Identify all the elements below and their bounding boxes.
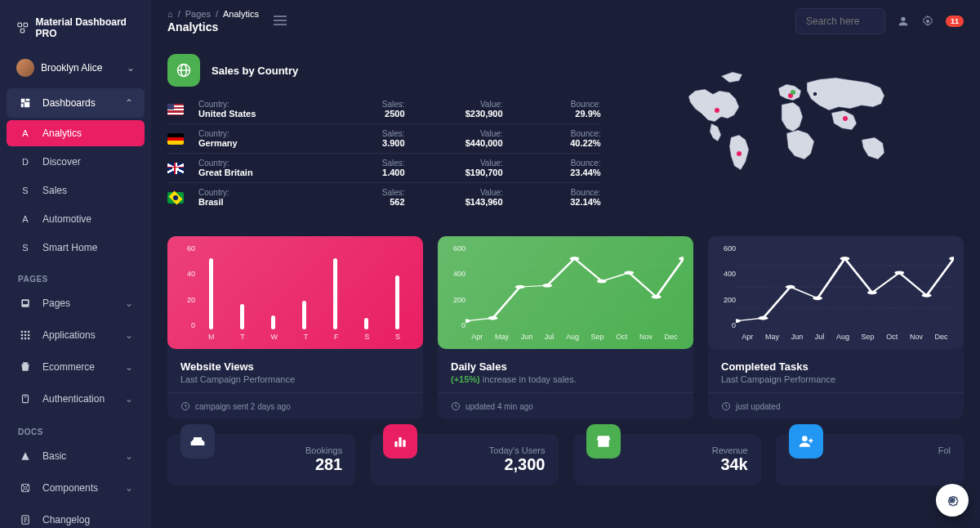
bar <box>364 318 368 329</box>
person_add-icon <box>789 424 823 459</box>
flag-de <box>167 133 184 145</box>
stat-card-revenue: Revenue 34k <box>573 434 761 485</box>
svg-point-50 <box>515 285 525 289</box>
stat-value: 2,300 <box>489 455 546 474</box>
chevron-down-icon: ⌄ <box>125 393 133 405</box>
sidebar-item-ecommerce[interactable]: Ecommerce⌄ <box>7 352 145 382</box>
topbar: ⌂ / Pages / Analytics Analytics 11 <box>167 8 964 34</box>
nav-label: Smart Home <box>42 242 97 253</box>
chart-card-completed-tasks: 6004002000 AprMayJunJulAugSepOctNovDec C… <box>708 236 964 419</box>
sidebar-item-applications[interactable]: Applications⌄ <box>7 320 145 350</box>
svg-point-49 <box>488 316 498 320</box>
svg-rect-13 <box>24 334 26 336</box>
search-input[interactable] <box>795 8 885 34</box>
sidebar-item-basic[interactable]: Basic⌄ <box>7 441 145 471</box>
svg-point-51 <box>542 284 552 288</box>
svg-rect-5 <box>21 104 24 108</box>
svg-point-64 <box>813 297 822 301</box>
settings-fab[interactable] <box>936 484 969 517</box>
chevron-up-icon: ⌃ <box>125 97 133 109</box>
chart-plot: AprMayJunJulAugSepOctNovDec <box>466 244 684 341</box>
account-icon[interactable] <box>897 15 910 28</box>
sidebar: Material Dashboard PRO Brooklyn Alice ⌄ … <box>0 0 151 528</box>
user-menu[interactable]: Brooklyn Alice ⌄ <box>7 52 145 88</box>
sidebar-item-discover[interactable]: DDiscover <box>7 149 145 175</box>
country-row: Country:Germany Sales:3.900 Value:$440,0… <box>167 124 601 154</box>
sidebar-item-sales[interactable]: SSales <box>7 177 145 204</box>
svg-rect-4 <box>26 99 30 101</box>
globe-icon <box>167 54 200 87</box>
svg-rect-12 <box>21 334 23 336</box>
chart-footer: updated 4 min ago <box>438 392 693 419</box>
sidebar-item-smart-home[interactable]: SSmart Home <box>7 235 145 261</box>
settings-icon[interactable] <box>921 15 934 28</box>
nav-letter: S <box>18 243 33 253</box>
nav-label: Applications <box>42 329 96 341</box>
bar <box>302 301 306 329</box>
nav-label: Automotive <box>42 213 91 225</box>
components-icon <box>18 481 33 495</box>
brand: Material Dashboard PRO <box>7 10 145 52</box>
svg-rect-8 <box>23 301 28 304</box>
svg-point-75 <box>951 499 955 503</box>
sidebar-item-components[interactable]: Components⌄ <box>7 473 145 503</box>
home-icon[interactable]: ⌂ <box>167 9 173 19</box>
brand-logo-icon <box>16 20 29 35</box>
sidebar-item-analytics[interactable]: AAnalytics <box>7 120 145 146</box>
svg-rect-3 <box>21 99 25 103</box>
flag-br <box>167 192 184 204</box>
chart-footer: campaign sent 2 days ago <box>167 392 423 419</box>
changelog-icon <box>18 512 33 527</box>
chart-area: 6040200 MTWTFSS <box>167 236 423 349</box>
x-axis: AprMayJunJulAugSepOctNovDec <box>736 333 954 341</box>
svg-point-65 <box>840 257 850 261</box>
clock-icon <box>721 401 731 411</box>
svg-rect-18 <box>23 395 29 402</box>
sidebar-item-automotive[interactable]: AAutomotive <box>7 206 145 232</box>
svg-point-21 <box>24 486 27 490</box>
chart-subtitle: Last Campaign Performance <box>721 374 951 384</box>
svg-rect-14 <box>28 334 29 336</box>
stat-card-today-s-users: Today's Users 2,300 <box>370 434 558 485</box>
svg-point-69 <box>949 257 954 261</box>
pages-icon <box>18 296 33 311</box>
svg-point-38 <box>715 108 719 113</box>
menu-toggle-icon[interactable] <box>274 16 287 28</box>
chart-plot: MTWTFSS <box>195 244 413 341</box>
svg-rect-16 <box>24 338 26 339</box>
dashboard-icon <box>18 96 33 110</box>
svg-rect-15 <box>21 338 23 339</box>
world-map[interactable] <box>617 54 964 212</box>
breadcrumb: ⌂ / Pages / Analytics <box>167 9 259 19</box>
y-axis: 6040200 <box>177 244 195 341</box>
sidebar-section-dashboards[interactable]: Dashboards ⌃ <box>7 88 145 118</box>
svg-point-25 <box>27 490 28 490</box>
svg-point-53 <box>597 280 607 284</box>
chart-title: Website Views <box>180 360 410 373</box>
chart-area: 6004002000 AprMayJunJulAugSepOctNovDec <box>438 236 693 349</box>
stat-value: 34k <box>712 455 748 474</box>
svg-rect-17 <box>28 338 29 339</box>
svg-rect-1 <box>24 23 28 27</box>
sales-by-country-title: Sales by Country <box>212 65 298 77</box>
svg-point-24 <box>23 490 24 490</box>
svg-point-42 <box>813 92 817 96</box>
stats-row: Bookings 281 Today's Users 2,300 Revenue… <box>167 434 964 485</box>
sales-by-country: Sales by Country Country:United States S… <box>167 44 964 221</box>
bar <box>395 275 399 329</box>
y-axis: 6004002000 <box>448 244 466 341</box>
nav-label: Ecommerce <box>42 361 95 373</box>
user-name: Brooklyn Alice <box>41 62 102 74</box>
sidebar-item-pages[interactable]: Pages⌄ <box>7 289 145 318</box>
chevron-down-icon: ⌄ <box>125 361 133 373</box>
svg-point-33 <box>901 17 905 21</box>
nav-label: Sales <box>42 185 67 196</box>
chart-title: Daily Sales <box>451 360 680 373</box>
sidebar-item-changelog[interactable]: Changelog <box>7 505 145 528</box>
sidebar-item-authentication[interactable]: Authentication⌄ <box>7 384 145 414</box>
weekend-icon <box>180 424 215 459</box>
notification-badge[interactable]: 11 <box>946 16 964 27</box>
nav-label: Basic <box>42 450 66 462</box>
breadcrumb-parent[interactable]: Pages <box>185 9 211 19</box>
svg-point-74 <box>802 436 808 441</box>
